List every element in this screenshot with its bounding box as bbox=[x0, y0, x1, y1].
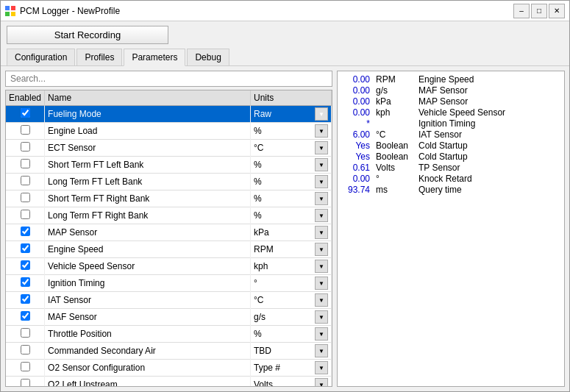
tab-parameters[interactable]: Parameters bbox=[124, 49, 185, 66]
units-cell: g/s▼ bbox=[251, 309, 332, 326]
param-name-cell: Short Term FT Right Bank bbox=[45, 190, 251, 207]
enabled-checkbox[interactable] bbox=[21, 176, 30, 185]
live-data-panel: 0.00RPMEngine Speed0.00g/sMAF Sensor0.00… bbox=[337, 71, 565, 387]
unit-text: Raw bbox=[254, 109, 313, 119]
unit-dropdown-arrow[interactable]: ▼ bbox=[315, 141, 328, 154]
enabled-checkbox[interactable] bbox=[21, 125, 30, 135]
units-cell: TBD▼ bbox=[251, 343, 332, 360]
search-input[interactable] bbox=[5, 71, 332, 87]
svg-rect-0 bbox=[5, 6, 10, 10]
table-row[interactable]: O2 Left UpstreamVolts▼ bbox=[6, 377, 332, 388]
unit-dropdown-arrow[interactable]: ▼ bbox=[315, 226, 328, 239]
title-buttons: – □ ✕ bbox=[513, 4, 565, 18]
unit-dropdown-arrow[interactable]: ▼ bbox=[315, 107, 328, 121]
unit-dropdown-arrow[interactable]: ▼ bbox=[315, 175, 328, 188]
param-name-cell: O2 Left Upstream bbox=[45, 377, 251, 388]
minimize-button[interactable]: – bbox=[513, 4, 530, 18]
unit-dropdown-arrow[interactable]: ▼ bbox=[315, 361, 328, 374]
enabled-checkbox[interactable] bbox=[21, 142, 30, 152]
table-row[interactable]: Short Term FT Left Bank%▼ bbox=[6, 157, 332, 174]
unit-dropdown-arrow[interactable]: ▼ bbox=[315, 209, 328, 222]
enabled-checkbox[interactable] bbox=[21, 193, 30, 202]
data-value: 0.00 bbox=[341, 74, 370, 85]
table-row[interactable]: Throttle Position%▼ bbox=[6, 326, 332, 343]
enabled-checkbox[interactable] bbox=[21, 328, 30, 338]
data-value: * bbox=[341, 118, 370, 129]
table-row[interactable]: Long Term FT Right Bank%▼ bbox=[6, 207, 332, 224]
units-cell: RPM▼ bbox=[251, 241, 332, 258]
units-cell: %▼ bbox=[251, 326, 332, 343]
unit-dropdown-arrow[interactable]: ▼ bbox=[315, 293, 328, 307]
table-row[interactable]: O2 Sensor ConfigurationType #▼ bbox=[6, 360, 332, 377]
units-cell: kPa▼ bbox=[251, 224, 332, 241]
list-item: 6.00°CIAT Sensor bbox=[341, 129, 561, 140]
data-value: 0.00 bbox=[341, 174, 370, 184]
tab-configuration[interactable]: Configuration bbox=[7, 49, 75, 65]
maximize-button[interactable]: □ bbox=[531, 4, 547, 18]
enabled-checkbox[interactable] bbox=[21, 210, 30, 219]
data-value: Yes bbox=[341, 152, 370, 162]
enabled-cell bbox=[6, 224, 45, 241]
main-window: PCM Logger - NewProfile – □ ✕ Start Reco… bbox=[0, 0, 570, 392]
title-bar-left: PCM Logger - NewProfile bbox=[5, 6, 120, 16]
unit-dropdown-arrow[interactable]: ▼ bbox=[315, 344, 328, 357]
table-row[interactable]: Short Term FT Right Bank%▼ bbox=[6, 190, 332, 207]
close-button[interactable]: ✕ bbox=[549, 4, 565, 18]
enabled-checkbox[interactable] bbox=[21, 345, 30, 354]
enabled-checkbox[interactable] bbox=[21, 243, 30, 253]
unit-text: RPM bbox=[254, 244, 313, 254]
data-value: 0.00 bbox=[341, 96, 370, 107]
enabled-cell bbox=[6, 309, 45, 326]
list-item: YesBooleanCold Startup bbox=[341, 152, 561, 162]
parameters-table[interactable]: Enabled Name Units Fueling ModeRaw▼Engin… bbox=[5, 90, 332, 387]
enabled-checkbox[interactable] bbox=[21, 227, 30, 236]
table-row[interactable]: ECT Sensor°C▼ bbox=[6, 140, 332, 157]
unit-dropdown-arrow[interactable]: ▼ bbox=[315, 260, 328, 273]
table-row[interactable]: Long Term FT Left Bank%▼ bbox=[6, 174, 332, 190]
enabled-checkbox[interactable] bbox=[21, 311, 30, 321]
unit-text: g/s bbox=[254, 312, 313, 322]
enabled-checkbox[interactable] bbox=[21, 362, 30, 371]
main-content: Enabled Name Units Fueling ModeRaw▼Engin… bbox=[1, 66, 569, 391]
table-row[interactable]: Engine Load%▼ bbox=[6, 123, 332, 140]
param-name-cell: MAF Sensor bbox=[45, 309, 251, 326]
tab-profiles[interactable]: Profiles bbox=[76, 49, 122, 65]
unit-dropdown-arrow[interactable]: ▼ bbox=[315, 310, 328, 324]
table-row[interactable]: Ignition Timing°▼ bbox=[6, 275, 332, 292]
data-unit: Boolean bbox=[376, 140, 413, 151]
start-recording-button[interactable]: Start Recording bbox=[7, 26, 168, 44]
enabled-checkbox[interactable] bbox=[21, 108, 30, 118]
units-cell: kph▼ bbox=[251, 258, 332, 275]
enabled-checkbox[interactable] bbox=[21, 260, 30, 270]
unit-dropdown-arrow[interactable]: ▼ bbox=[315, 378, 328, 387]
enabled-checkbox[interactable] bbox=[21, 159, 30, 168]
title-bar: PCM Logger - NewProfile – □ ✕ bbox=[1, 1, 569, 21]
param-name-cell: Vehicle Speed Sensor bbox=[45, 258, 251, 275]
window-title: PCM Logger - NewProfile bbox=[20, 6, 120, 16]
unit-text: °C bbox=[254, 295, 313, 305]
table-row[interactable]: Vehicle Speed Sensorkph▼ bbox=[6, 258, 332, 275]
unit-text: °C bbox=[254, 143, 313, 153]
unit-dropdown-arrow[interactable]: ▼ bbox=[315, 327, 328, 341]
data-unit: ms bbox=[376, 185, 413, 195]
app-icon bbox=[5, 6, 15, 16]
enabled-checkbox[interactable] bbox=[21, 294, 30, 304]
unit-dropdown-arrow[interactable]: ▼ bbox=[315, 243, 328, 256]
unit-dropdown-arrow[interactable]: ▼ bbox=[315, 192, 328, 205]
unit-dropdown-arrow[interactable]: ▼ bbox=[315, 158, 328, 171]
unit-dropdown-arrow[interactable]: ▼ bbox=[315, 124, 328, 138]
table-row[interactable]: MAF Sensorg/s▼ bbox=[6, 309, 332, 326]
enabled-cell bbox=[6, 174, 45, 190]
table-row[interactable]: MAP SensorkPa▼ bbox=[6, 224, 332, 241]
table-row[interactable]: Fueling ModeRaw▼ bbox=[6, 106, 332, 123]
enabled-cell bbox=[6, 241, 45, 258]
enabled-checkbox[interactable] bbox=[21, 277, 30, 287]
table-row[interactable]: Commanded Secondary AirTBD▼ bbox=[6, 343, 332, 360]
table-row[interactable]: Engine SpeedRPM▼ bbox=[6, 241, 332, 258]
units-cell: %▼ bbox=[251, 174, 332, 190]
table-row[interactable]: IAT Sensor°C▼ bbox=[6, 292, 332, 309]
tab-debug[interactable]: Debug bbox=[187, 49, 229, 65]
unit-dropdown-arrow[interactable]: ▼ bbox=[315, 277, 328, 290]
unit-text: % bbox=[254, 126, 313, 136]
enabled-checkbox[interactable] bbox=[21, 379, 30, 387]
